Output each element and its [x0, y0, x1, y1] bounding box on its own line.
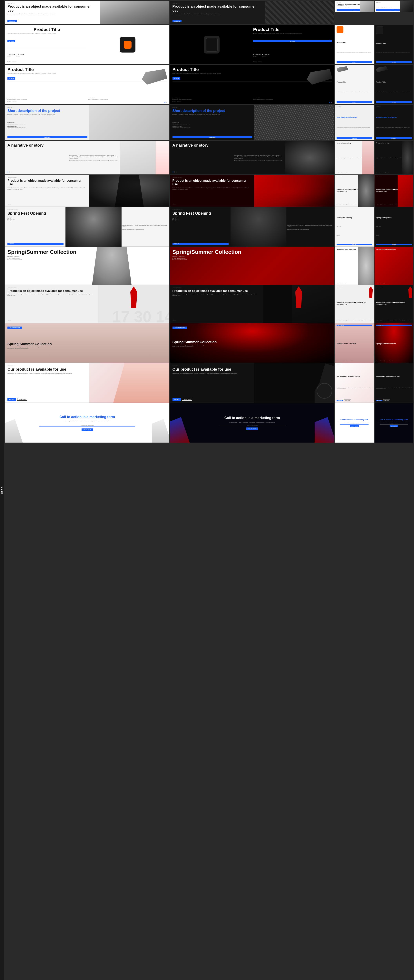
shoe-title-white: Product Title: [8, 67, 95, 72]
ss-title-red: Spring/Summer Collection: [172, 249, 332, 255]
cta-s2-title: Call to action is a marketing term: [380, 419, 408, 421]
w-s-btn2[interactable]: BUY NOW: [376, 61, 412, 63]
hero-white-card: SUBTITLE Product is an object made avail…: [5, 1, 169, 24]
social-links-dark: Facebook Instagram: [253, 61, 332, 62]
ss-cta-btn-white[interactable]: CALL TO ACTION: [8, 326, 22, 329]
narr-body2-white: Along with description, argumentation an…: [69, 160, 118, 162]
ss-cta-more-dark: A product is any item or service you sel…: [172, 346, 332, 347]
hero-white-body: A narrative story is a form of narrative…: [8, 13, 87, 15]
shoe-btn-dark[interactable]: BUY NOW: [172, 77, 180, 80]
adv-dark: ADVERTISING Product is an object made av…: [170, 175, 334, 207]
op-sub-dark: SUBTITLE: [172, 365, 253, 366]
shoe-social: Facebook Instagram: [8, 101, 167, 102]
narr-dots-white: [8, 172, 66, 172]
sf-share-dark[interactable]: ↑Book now: [172, 243, 229, 245]
narr-social-dark: Facebook Instagram Pinterest: [172, 148, 231, 149]
prod-num-white: ADVERTISING Product is an object made av…: [5, 285, 169, 323]
hero-small-row1: SUBTITLE Product is an object made avail…: [335, 1, 413, 24]
watch-small-col: Product Title A product description is t…: [335, 25, 413, 64]
op-s2-title: Our product is available for use: [376, 375, 412, 377]
product-desc-white: A product description is the marketing c…: [8, 33, 86, 35]
adv-sub-white: ADVERTISING: [8, 177, 88, 178]
shoe-s2-title: Product Title: [376, 81, 412, 83]
sf-small-1: LATEST WORK Spring Fest Opening 23 May, …: [335, 207, 374, 247]
row-product-shoe: Product Title A product description is t…: [5, 65, 413, 104]
sdd-title: Short description of the project: [172, 109, 253, 113]
op-s1-btn1[interactable]: SHOP NOW: [337, 399, 343, 401]
pn-s1-body: A product is any item or service you sel…: [337, 320, 372, 321]
cta-email-white[interactable]: [40, 425, 135, 426]
pn-title-dark: Product is an object made available for …: [172, 289, 253, 293]
sdd-btn[interactable]: READ MORE: [172, 136, 253, 138]
op-s1-title: Our product is available for use: [337, 375, 372, 377]
ss-addr1-white: 27 Merry Lane NPM002/04FA: [8, 258, 167, 259]
op-s2-btn1[interactable]: SHOP NOW: [376, 399, 382, 401]
cta-s1-email[interactable]: [340, 423, 368, 425]
w-s-title1: Product Title: [337, 42, 372, 44]
op-s1-btn2[interactable]: LEARN MORE: [344, 399, 351, 401]
sd-title: Short description of the project: [8, 109, 88, 113]
ss-cta-small-2: CALL TO ACTION Spring/Summer Collection …: [374, 323, 413, 363]
op-btn2-white[interactable]: LEARN MORE: [17, 398, 27, 401]
adv-small-2: ADVERTISING Product is an object made av…: [374, 175, 413, 207]
hero-white-title: Product is an object made available for …: [8, 5, 95, 13]
shoe-btn-white[interactable]: BUY NOW: [8, 77, 15, 80]
pn-share-dark: ↑ Share: [172, 320, 261, 321]
row-spring-fest: LATEST WORK Spring Fest Opening 23 May, …: [5, 207, 413, 247]
pn-body-white: A product is any item or service you sel…: [8, 293, 96, 296]
sf-share-white[interactable]: ↑Book now: [8, 243, 64, 245]
our-prod-dark: SUBTITLE Our product is available for us…: [170, 363, 334, 402]
cta-s2-email[interactable]: [380, 423, 408, 425]
short-desc-small-col: SUBTITLE Short description of the projec…: [335, 105, 413, 140]
sf-title-dark: Spring Fest Opening: [172, 211, 229, 216]
ss-small-1: Spring/Summer Collection 03/04/2019 - 03…: [335, 247, 374, 285]
sd-s1-title: Short description of the project: [337, 116, 372, 118]
cta-submit-white[interactable]: CALL TO ACTION: [81, 428, 93, 431]
w-s-btn1[interactable]: BUY NOW: [337, 61, 372, 63]
pn-small-1: ADVERTISING Product is an object made av…: [335, 285, 374, 323]
sd-sub: SUBTITLE: [8, 107, 88, 108]
op-body-dark: A product is any item or service you sel…: [172, 372, 253, 374]
sf-sub-dark: LATEST WORK: [172, 209, 229, 210]
op-btn2-dark[interactable]: LEARN MORE: [182, 398, 192, 401]
sd-s1-btn[interactable]: READ MORE: [337, 137, 372, 139]
row-hero-banner: SUBTITLE Product is an object made avail…: [5, 1, 413, 24]
sf-s2-btn[interactable]: Book now: [376, 243, 412, 245]
adv-title-dark: Product is an object made available for …: [172, 179, 253, 186]
op-btn1-white[interactable]: SHOP NOW: [8, 398, 16, 401]
cta-small-1: Call to action is a marketing term In ma…: [335, 403, 374, 442]
narr-title-white: A narrative or story: [8, 143, 66, 148]
shoe-s1-btn[interactable]: BUY NOW: [337, 101, 372, 103]
cta-s2-btn[interactable]: CALL TO ACTION: [390, 425, 398, 427]
ss-cta-title-white: Spring/Summer Collection: [8, 342, 167, 346]
op-btn1-dark[interactable]: SHOP NOW: [172, 398, 181, 401]
ss-cta-sub-dark: A slogan is a short and striking or memo…: [172, 344, 332, 345]
hero-white-btn[interactable]: READ MORE: [8, 20, 17, 22]
cta-email-dark[interactable]: [219, 425, 286, 426]
ss-cta-btn-dark[interactable]: CALL TO ACTION: [172, 326, 187, 329]
product-title-dark: Product Title: [253, 27, 332, 32]
op-s2-btn2[interactable]: LEARN MORE: [383, 399, 390, 401]
hero-dark-btn[interactable]: READ MORE: [172, 20, 182, 22]
shoe-features: FEATURE ONE A product qualify as an impo…: [8, 97, 167, 100]
ss-ctas1-body: A slogan is a short and striking phrase …: [337, 360, 372, 361]
cta-submit-dark[interactable]: CALL TO ACTION: [247, 428, 258, 430]
sf-s1-title: Spring Fest Opening: [337, 217, 372, 219]
sd-s1-body: Description is the pattern of narrative …: [337, 127, 372, 128]
product-stats-dark: A productqualify as A productqualify as: [253, 54, 332, 57]
shoe-s2-body: A product description is the marketing c…: [376, 92, 412, 92]
sd-btn[interactable]: READ MORE: [8, 136, 88, 138]
ss-cta-small-row: CALL TO ACTION Spring/Summer Collection …: [335, 323, 413, 363]
sf-s1-btn[interactable]: Book now: [337, 243, 372, 245]
shoe-desc-dark: A product description is the marketing c…: [172, 73, 260, 75]
shoe-s2-btn[interactable]: BUY NOW: [376, 101, 412, 103]
product-watch-dark-btn[interactable]: BUY NOW: [253, 40, 332, 42]
product-stats: A productqualify as A productqualify as: [8, 54, 86, 57]
sd-s2-btn[interactable]: READ MORE: [376, 137, 412, 139]
product-watch-btn[interactable]: BUY NOW: [8, 40, 15, 42]
ss-cta-white: CALL TO ACTION Spring/Summer Collection …: [5, 323, 169, 363]
pn-sub-dark: ADVERTISING: [172, 287, 261, 288]
hero-dark-body: A narrative story is a form of narrative…: [172, 13, 252, 15]
sf-s1-date: 23 May, THU: [337, 226, 372, 227]
cta-s1-btn[interactable]: CALL TO ACTION: [350, 425, 358, 427]
